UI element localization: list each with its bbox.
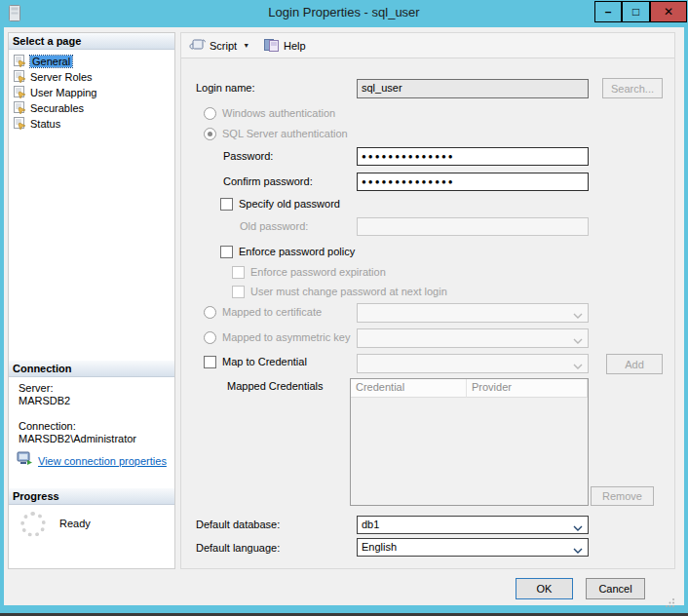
sidebar-item-label: Server Roles <box>30 71 93 83</box>
minimize-button[interactable]: – <box>594 1 622 22</box>
login-name-input[interactable]: sql_user <box>357 79 589 98</box>
asymmetric-key-select[interactable] <box>357 328 589 348</box>
page-icon <box>13 54 27 69</box>
help-label: Help <box>284 40 306 52</box>
sidebar-item-general[interactable]: General <box>9 54 72 69</box>
credential-select[interactable] <box>357 354 589 373</box>
chevron-down-icon <box>573 310 583 322</box>
script-button[interactable]: Script ▼ <box>189 38 249 54</box>
sidebar-item-user-mapping[interactable]: User Mapping <box>9 85 96 100</box>
must-change-password-checkbox[interactable] <box>232 286 245 298</box>
mapped-credentials-table[interactable]: Credential Provider <box>350 378 589 506</box>
enforce-password-expiration-checkbox[interactable] <box>232 266 245 279</box>
chevron-down-icon <box>573 335 583 347</box>
default-database-label: Default database: <box>196 519 280 530</box>
connection-header: Connection <box>9 361 174 377</box>
password-label: Password: <box>223 150 273 162</box>
close-button[interactable]: ✕ <box>650 1 687 22</box>
login-name-label: Login name: <box>196 82 255 94</box>
cancel-button[interactable]: Cancel <box>586 578 645 599</box>
enforce-password-policy-checkbox[interactable] <box>220 246 233 258</box>
login-properties-window: Login Properties - sql_user – □ ✕ Select… <box>0 0 688 616</box>
map-to-credential-label: Map to Credential <box>222 356 307 367</box>
sidebar-item-label: General <box>30 56 72 67</box>
default-database-select[interactable]: db1 <box>357 516 589 534</box>
confirm-password-input[interactable]: ●●●●●●●●●●●●●● <box>357 173 589 191</box>
remove-button[interactable]: Remove <box>591 486 654 506</box>
sql-server-authentication-radio[interactable] <box>204 128 216 140</box>
titlebar[interactable]: Login Properties - sql_user – □ ✕ <box>0 0 688 27</box>
ok-button[interactable]: OK <box>516 578 573 599</box>
maximize-button[interactable]: □ <box>622 1 650 22</box>
sidebar: Select a page General Server Roles User … <box>8 32 175 569</box>
sidebar-item-server-roles[interactable]: Server Roles <box>9 69 93 85</box>
select-a-page-header: Select a page <box>9 33 174 50</box>
certificate-select[interactable] <box>357 303 589 323</box>
view-connection-properties[interactable]: View connection properties <box>17 451 167 470</box>
server-value: MARSDB2 <box>19 395 70 406</box>
default-language-select[interactable]: English <box>357 538 589 557</box>
mapped-credentials-label: Mapped Credentials <box>227 380 323 392</box>
sidebar-item-securables[interactable]: Securables <box>9 100 84 116</box>
window-title: Login Properties - sql_user <box>0 5 688 19</box>
progress-spinner-icon <box>20 512 46 537</box>
enforce-password-expiration-label: Enforce password expiration <box>250 266 386 278</box>
password-input[interactable]: ●●●●●●●●●●●●●● <box>357 147 589 166</box>
view-connection-properties-link[interactable]: View connection properties <box>38 455 167 467</box>
sidebar-item-label: User Mapping <box>30 87 96 98</box>
add-button[interactable]: Add <box>606 354 663 374</box>
specify-old-password-label: Specify old password <box>239 198 340 210</box>
resize-grip[interactable] <box>666 594 675 611</box>
default-language-label: Default language: <box>196 542 280 554</box>
server-label: Server: <box>19 382 53 394</box>
must-change-password-label: User must change password at next login <box>250 286 447 297</box>
provider-column-header[interactable]: Provider <box>467 379 588 398</box>
toolbar: Script ▼ Help <box>181 33 674 58</box>
chevron-down-icon <box>573 545 583 557</box>
connection-label: Connection: <box>19 420 76 432</box>
sidebar-item-status[interactable]: Status <box>9 116 60 132</box>
help-icon <box>263 38 280 54</box>
default-database-value: db1 <box>362 519 379 530</box>
mapped-to-certificate-radio[interactable] <box>204 306 216 319</box>
mapped-to-certificate-label: Mapped to certificate <box>222 306 322 318</box>
chevron-down-icon <box>573 522 583 534</box>
old-password-label: Old password: <box>240 220 308 232</box>
mapped-to-asymmetric-key-radio[interactable] <box>204 331 216 344</box>
specify-old-password-checkbox[interactable] <box>220 198 233 211</box>
sidebar-item-label: Securables <box>30 102 84 114</box>
enforce-password-policy-label: Enforce password policy <box>239 246 355 257</box>
confirm-password-label: Confirm password: <box>223 175 313 187</box>
page-icon <box>13 85 27 100</box>
map-to-credential-checkbox[interactable] <box>204 356 216 368</box>
chevron-down-icon <box>573 361 583 372</box>
connection-properties-icon <box>17 451 33 470</box>
page-icon <box>13 116 27 132</box>
sql-server-authentication-label: SQL Server authentication <box>222 128 348 139</box>
old-password-input[interactable] <box>357 217 589 236</box>
search-button[interactable]: Search... <box>602 78 663 98</box>
mapped-to-asymmetric-key-label: Mapped to asymmetric key <box>222 331 350 343</box>
page-icon <box>13 69 27 85</box>
default-language-value: English <box>362 541 397 553</box>
sidebar-item-label: Status <box>30 118 60 130</box>
progress-status: Ready <box>59 518 91 529</box>
main-panel: Script ▼ Help Login name: sql_user Searc… <box>180 32 675 569</box>
page-icon <box>13 100 27 116</box>
connection-value: MARSDB2\Administrator <box>19 433 136 444</box>
script-icon <box>189 38 206 54</box>
help-button[interactable]: Help <box>263 38 306 54</box>
progress-header: Progress <box>9 488 174 505</box>
table-header-row: Credential Provider <box>351 379 588 398</box>
windows-authentication-label: Windows authentication <box>222 107 335 119</box>
windows-authentication-radio[interactable] <box>204 107 216 120</box>
credential-column-header[interactable]: Credential <box>351 379 467 398</box>
script-label: Script <box>210 40 237 52</box>
script-dropdown-icon: ▼ <box>243 42 249 49</box>
